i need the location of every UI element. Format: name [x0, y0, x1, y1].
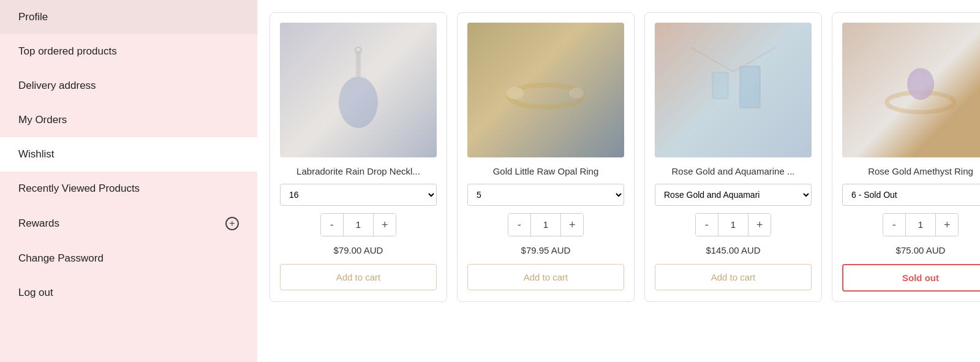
quantity-decrease-button[interactable]: -: [508, 214, 530, 236]
quantity-row: -1+: [320, 213, 396, 236]
sidebar-item-label: Delivery address: [18, 80, 96, 92]
sidebar-item-label: Rewards: [18, 217, 59, 230]
quantity-decrease-button[interactable]: -: [883, 214, 905, 236]
product-variant-select[interactable]: 5678: [467, 184, 624, 206]
product-variant-select[interactable]: 161820: [280, 184, 437, 206]
sidebar-item-delivery[interactable]: Delivery address: [0, 69, 257, 103]
sidebar-item-logout[interactable]: Log out: [0, 276, 257, 310]
quantity-increase-button[interactable]: +: [936, 214, 958, 236]
add-to-cart-button[interactable]: Add to cart: [280, 264, 437, 290]
sidebar-item-label: Change Password: [18, 252, 104, 265]
svg-point-5: [569, 88, 584, 99]
product-price: $75.00 AUD: [896, 245, 946, 255]
sidebar-item-label: Recently Viewed Products: [18, 183, 140, 195]
add-to-cart-button[interactable]: Add to cart: [655, 264, 812, 290]
product-image: [467, 23, 624, 157]
quantity-row: -1+: [883, 213, 959, 236]
product-name: Rose Gold Amethyst Ring: [842, 166, 980, 176]
sidebar-item-change-password[interactable]: Change Password: [0, 241, 257, 276]
sidebar-item-my-orders[interactable]: My Orders: [0, 103, 257, 137]
product-variant-select[interactable]: 6 - Sold Out78: [842, 184, 980, 206]
product-image: [655, 23, 812, 157]
svg-line-6: [690, 47, 733, 72]
quantity-value: 1: [343, 214, 374, 236]
add-to-cart-button[interactable]: Add to cart: [467, 264, 624, 290]
sidebar-item-top-ordered[interactable]: Top ordered products: [0, 34, 257, 69]
product-price: $145.00 AUD: [706, 245, 760, 255]
quantity-decrease-button[interactable]: -: [321, 214, 343, 236]
product-card: Labradorite Rain Drop Neckl...161820-1+$…: [270, 12, 447, 302]
sidebar-item-profile[interactable]: Profile: [0, 0, 257, 34]
product-image: [280, 23, 437, 157]
svg-point-1: [346, 82, 371, 116]
svg-rect-11: [741, 67, 759, 107]
quantity-value: 1: [905, 214, 936, 236]
quantity-value: 1: [530, 214, 561, 236]
plus-icon[interactable]: +: [225, 217, 239, 230]
sidebar-item-label: Top ordered products: [18, 45, 117, 58]
product-name: Labradorite Rain Drop Neckl...: [280, 166, 437, 176]
quantity-value: 1: [718, 214, 748, 236]
product-name: Rose Gold and Aquamarine ...: [655, 166, 812, 176]
quantity-decrease-button[interactable]: -: [696, 214, 718, 236]
main-content: Labradorite Rain Drop Neckl...161820-1+$…: [257, 0, 980, 362]
quantity-row: -1+: [695, 213, 771, 236]
products-grid: Labradorite Rain Drop Neckl...161820-1+$…: [270, 12, 968, 302]
product-price: $79.95 AUD: [521, 245, 571, 255]
quantity-row: -1+: [508, 213, 584, 236]
product-card: Rose Gold Amethyst Ring6 - Sold Out78-1+…: [832, 12, 980, 302]
quantity-increase-button[interactable]: +: [561, 214, 583, 236]
sidebar: ProfileTop ordered productsDelivery addr…: [0, 0, 257, 362]
sidebar-item-label: My Orders: [18, 114, 67, 126]
product-variant-select[interactable]: Rose Gold and Aquamari: [655, 184, 812, 206]
sold-out-button[interactable]: Sold out: [842, 264, 980, 292]
sidebar-item-rewards[interactable]: Rewards+: [0, 206, 257, 241]
product-card: Gold Little Raw Opal Ring5678-1+$79.95 A…: [457, 12, 635, 302]
product-card: Rose Gold and Aquamarine ...Rose Gold an…: [644, 12, 822, 302]
quantity-increase-button[interactable]: +: [748, 214, 771, 236]
svg-rect-9: [714, 74, 727, 97]
product-price: $79.00 AUD: [334, 245, 383, 255]
svg-point-4: [507, 87, 524, 99]
sidebar-item-recently-viewed[interactable]: Recently Viewed Products: [0, 172, 257, 206]
product-image: [842, 23, 980, 157]
sidebar-item-label: Wishlist: [18, 148, 55, 160]
sidebar-item-label: Log out: [18, 287, 53, 299]
product-name: Gold Little Raw Opal Ring: [467, 166, 624, 176]
quantity-increase-button[interactable]: +: [374, 214, 396, 236]
svg-point-14: [910, 72, 925, 90]
sidebar-item-wishlist[interactable]: Wishlist: [0, 137, 257, 172]
sidebar-item-label: Profile: [18, 11, 48, 23]
